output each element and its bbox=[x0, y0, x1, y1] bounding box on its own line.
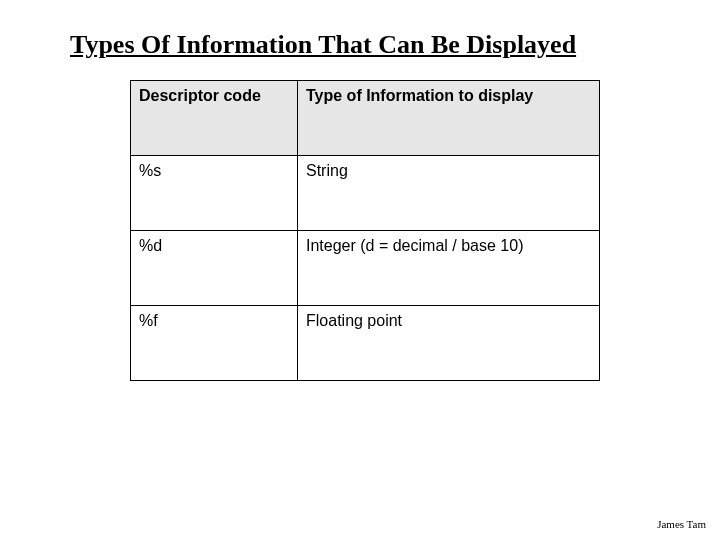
cell-code: %f bbox=[131, 306, 298, 381]
footer-author: James Tam bbox=[657, 518, 706, 530]
cell-type: Integer (d = decimal / base 10) bbox=[298, 231, 600, 306]
table-header-code: Descriptor code bbox=[131, 81, 298, 156]
descriptor-table: Descriptor code Type of Information to d… bbox=[130, 80, 600, 381]
table-header-type: Type of Information to display bbox=[298, 81, 600, 156]
cell-type: String bbox=[298, 156, 600, 231]
table-row: %s String bbox=[131, 156, 600, 231]
cell-code: %d bbox=[131, 231, 298, 306]
table-row: %d Integer (d = decimal / base 10) bbox=[131, 231, 600, 306]
cell-code: %s bbox=[131, 156, 298, 231]
cell-type: Floating point bbox=[298, 306, 600, 381]
table-row: %f Floating point bbox=[131, 306, 600, 381]
page-title: Types Of Information That Can Be Display… bbox=[70, 30, 650, 60]
